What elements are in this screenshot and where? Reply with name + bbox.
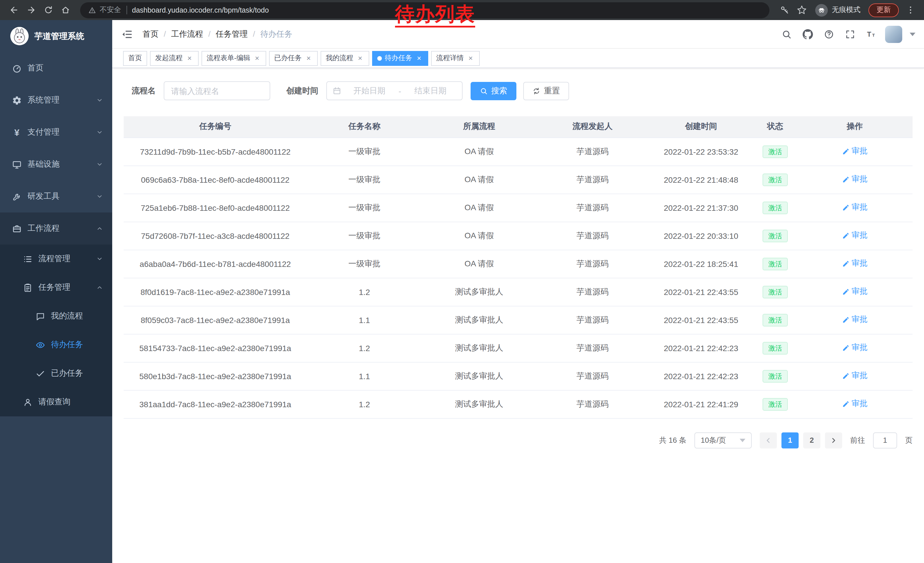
star-icon (796, 5, 806, 15)
next-page-button[interactable] (825, 432, 842, 448)
list-icon (23, 254, 33, 264)
home-button[interactable] (57, 2, 73, 18)
status-badge: 激活 (762, 201, 788, 214)
forward-button[interactable] (23, 2, 39, 18)
sidebar-item-infrastructure[interactable]: 基础设施 (0, 148, 112, 180)
address-bar[interactable]: 不安全 dashboard.yudao.iocoder.cn/bpm/task/… (80, 2, 770, 18)
caret-down-icon (740, 438, 746, 442)
approve-link[interactable]: 审批 (842, 315, 868, 325)
sidebar-item-workflow[interactable]: 工作流程 (0, 213, 112, 245)
approve-link[interactable]: 审批 (842, 343, 868, 353)
approve-link[interactable]: 审批 (842, 203, 868, 213)
breadcrumb-workflow[interactable]: 工作流程 (159, 29, 203, 39)
caret-down-icon[interactable] (910, 32, 915, 36)
reload-button[interactable] (40, 2, 56, 18)
edit-icon (842, 288, 849, 296)
sidebar-item-system[interactable]: 系统管理 (0, 84, 112, 116)
tab-process-detail[interactable]: 流程详情 (431, 51, 480, 66)
close-icon[interactable] (415, 54, 423, 62)
help-button[interactable] (822, 27, 836, 42)
approve-link[interactable]: 审批 (842, 146, 868, 157)
cell-process: 测试多审批人 (422, 362, 536, 390)
table-row: 069c6a63-7b8a-11ec-8ef0-acde48001122 一级审… (124, 165, 912, 194)
date-range-picker[interactable]: 开始日期 - 结束日期 (326, 81, 463, 100)
dashboard-icon (12, 63, 22, 73)
sidebar-item-label: 请假查询 (38, 397, 103, 407)
sidebar-item-task-management[interactable]: 任务管理 (0, 273, 112, 302)
prev-page-button[interactable] (760, 432, 777, 448)
close-icon[interactable] (186, 54, 194, 62)
tab-label: 我的流程 (326, 53, 353, 63)
tab-label: 流程详情 (436, 53, 464, 63)
sidebar-item-done-tasks[interactable]: 已办任务 (0, 359, 112, 388)
search-icon (480, 87, 488, 95)
cell-actions: 审批 (797, 306, 912, 334)
chevron-down-icon (96, 193, 103, 200)
col-created: 创建时间 (649, 116, 753, 137)
table-row: 580e1b3d-7ac8-11ec-a9e2-a2380e71991a 1.1… (124, 362, 912, 390)
sidebar-item-label: 研发工具 (27, 191, 90, 201)
reset-button[interactable]: 重置 (523, 82, 569, 100)
cell-status: 激活 (753, 137, 797, 165)
approve-link[interactable]: 审批 (842, 371, 868, 381)
back-button[interactable] (6, 2, 22, 18)
end-date-placeholder: 结束日期 (405, 86, 456, 96)
page-button-2[interactable]: 2 (803, 432, 820, 448)
sidebar-item-process-management[interactable]: 流程管理 (0, 245, 112, 273)
screen: 不安全 dashboard.yudao.iocoder.cn/bpm/task/… (0, 0, 924, 563)
sidebar-item-leave-query[interactable]: 请假查询 (0, 388, 112, 416)
close-icon[interactable] (253, 54, 261, 62)
goto-page-input[interactable] (873, 432, 897, 448)
tab-label: 已办任务 (274, 53, 302, 63)
tab-process-form-edit[interactable]: 流程表单-编辑 (201, 51, 266, 66)
process-name-input[interactable] (164, 81, 270, 100)
close-icon[interactable] (466, 54, 475, 62)
tab-done-tasks[interactable]: 已办任务 (269, 51, 318, 66)
sidebar-item-todo-tasks[interactable]: 待办任务 (0, 330, 112, 359)
approve-link[interactable]: 审批 (842, 399, 868, 409)
header-search-button[interactable] (779, 27, 794, 42)
tab-start-process[interactable]: 发起流程 (150, 51, 199, 66)
sidebar-item-payment[interactable]: ¥ 支付管理 (0, 116, 112, 148)
page-size-select[interactable]: 10条/页 (694, 432, 752, 448)
tab-home[interactable]: 首页 (123, 51, 147, 66)
github-button[interactable] (800, 27, 815, 42)
approve-link[interactable]: 审批 (842, 287, 868, 297)
close-icon[interactable] (356, 54, 364, 62)
tab-my-process[interactable]: 我的流程 (321, 51, 369, 66)
active-dot (377, 56, 382, 60)
cell-created: 2022-01-21 22:43:55 (649, 278, 753, 306)
approve-link[interactable]: 审批 (842, 258, 868, 269)
sidebar-item-devtools[interactable]: 研发工具 (0, 180, 112, 213)
approve-link-label: 审批 (852, 174, 868, 185)
cell-actions: 审批 (797, 334, 912, 362)
breadcrumb-task-management[interactable]: 任务管理 (203, 29, 248, 39)
bookmark-button[interactable] (794, 2, 810, 18)
approve-link[interactable]: 审批 (842, 174, 868, 185)
password-key-button[interactable] (776, 2, 792, 18)
chevron-down-icon (96, 129, 103, 136)
sidebar-item-home[interactable]: 首页 (0, 52, 112, 84)
navbar-actions: TT (779, 26, 915, 43)
browser-menu-button[interactable] (902, 2, 918, 18)
cell-created: 2022-01-22 20:33:10 (649, 222, 753, 250)
cell-actions: 审批 (797, 222, 912, 250)
fullscreen-button[interactable] (843, 27, 858, 42)
page-button-1[interactable]: 1 (782, 432, 799, 448)
breadcrumb-home[interactable]: 首页 (142, 29, 159, 39)
cell-task-id: 8f0d1619-7ac8-11ec-a9e2-a2380e71991a (124, 278, 307, 306)
update-button[interactable]: 更新 (868, 3, 899, 17)
approve-link[interactable]: 审批 (842, 231, 868, 241)
tab-todo-tasks[interactable]: 待办任务 (372, 51, 428, 66)
tab-label: 首页 (128, 53, 142, 63)
font-size-button[interactable]: TT (864, 27, 879, 42)
sidebar-item-my-process[interactable]: 我的流程 (0, 302, 112, 330)
search-button[interactable]: 搜索 (471, 82, 516, 100)
svg-text:T: T (872, 32, 875, 37)
tab-label: 发起流程 (155, 53, 183, 63)
sidebar-item-label: 基础设施 (27, 159, 90, 170)
user-avatar[interactable] (885, 26, 902, 43)
sidebar-collapse-button[interactable] (121, 28, 134, 41)
close-icon[interactable] (304, 54, 313, 62)
cell-process: 测试多审批人 (422, 390, 536, 418)
